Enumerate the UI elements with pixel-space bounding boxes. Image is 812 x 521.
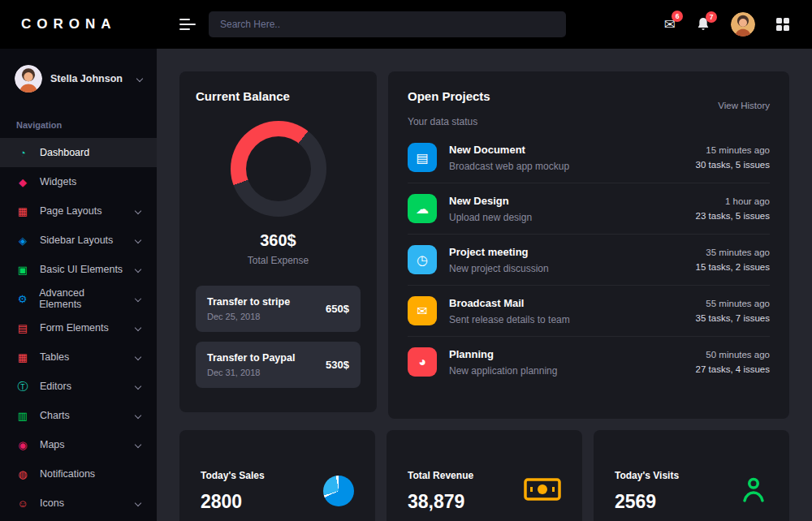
sidebar-item-label: Notifications [40, 468, 95, 480]
sidebar-item-tables[interactable]: ▦ Tables [0, 342, 157, 372]
transfer-date: Dec 31, 2018 [207, 368, 295, 377]
sidebar: CORONA Stella Johnson Navigation ◔ Dashb… [0, 0, 157, 521]
sidebar-item-label: Form Elements [40, 322, 109, 334]
sidebar-nav: ◔ Dashboard ◆ Widgets ▦ Page Layouts ◈ S… [0, 138, 157, 518]
stat-value: 2800 [201, 491, 265, 513]
sidebar-item-label: Widgets [40, 176, 76, 187]
mail-icon[interactable]: ✉ 6 [664, 16, 676, 33]
charts-icon: ▥ [16, 411, 29, 421]
sidebar-item-label: Advanced Elements [39, 287, 125, 310]
sidebar-item-icons[interactable]: ☺ Icons [0, 489, 157, 518]
topbar-actions: ✉ 6 7 [664, 12, 789, 37]
topbar: ✉ 6 7 [157, 0, 812, 49]
profile-name: Stella Johnson [50, 73, 129, 84]
document-icon: ▤ [408, 143, 437, 172]
sidebar-item-page-layouts[interactable]: ▦ Page Layouts [0, 196, 157, 226]
chevron-down-icon [135, 354, 141, 360]
form-elements-icon: ▤ [16, 323, 29, 334]
main-area: ✉ 6 7 Current Balance [157, 0, 812, 521]
menu-toggle-icon[interactable] [179, 18, 196, 31]
project-time: 1 hour ago [696, 196, 770, 206]
todays-visits-card: Today's Visits 2569 [594, 430, 789, 521]
project-subtitle: Upload new design [449, 212, 532, 223]
tables-icon: ▦ [16, 352, 29, 363]
sidebar-profile[interactable]: Stella Johnson [0, 49, 157, 109]
todays-sales-card: Today's Sales 2800 [179, 430, 375, 521]
stat-title: Today's Visits [615, 470, 679, 481]
mail-badge: 6 [672, 11, 683, 22]
sidebar-item-dashboard[interactable]: ◔ Dashboard [0, 138, 157, 167]
card-title: Open Projects [408, 89, 490, 103]
chevron-down-icon [135, 412, 141, 419]
project-tasks: 30 tasks, 5 issues [696, 160, 770, 170]
nav-section-label: Navigation [0, 109, 157, 138]
project-subtitle: Broadcast web app mockup [449, 161, 569, 172]
stat-value: 38,879 [408, 491, 473, 513]
search-input[interactable] [209, 11, 566, 37]
sidebar-item-basic-ui[interactable]: ▣ Basic UI Elements [0, 255, 157, 284]
grid-icon[interactable] [776, 18, 789, 31]
project-list: ▤ New Document Broadcast web app mockup … [408, 132, 770, 387]
brand-logo[interactable]: CORONA [0, 0, 157, 49]
sidebar-item-editors[interactable]: Ⓣ Editors [0, 372, 157, 401]
sidebar-item-sidebar-layouts[interactable]: ◈ Sidebar Layouts [0, 226, 157, 255]
project-title: Broadcast Mail [449, 297, 570, 309]
transfer-title: Transfer to Paypal [207, 352, 295, 364]
view-history-link[interactable]: View History [718, 101, 770, 110]
project-time: 35 minutes ago [696, 248, 770, 257]
card-subtitle: Your data status [408, 116, 770, 127]
chevron-down-icon [135, 208, 141, 214]
project-tasks: 23 tasks, 5 issues [696, 211, 770, 221]
balance-amount: 360$ [196, 231, 361, 250]
transfer-row[interactable]: Transfer to Paypal Dec 31, 2018 530$ [196, 342, 361, 388]
clock-icon: ◷ [408, 245, 437, 274]
project-row[interactable]: ◷ Project meeting New project discussion… [408, 235, 770, 286]
project-time: 15 minutes ago [696, 145, 770, 155]
transfer-amount: 530$ [326, 359, 349, 371]
sidebar-item-notifications[interactable]: ◍ Notifications [0, 459, 157, 489]
sidebar-layouts-icon: ◈ [16, 235, 29, 246]
transfer-amount: 650$ [326, 303, 349, 315]
transfer-row[interactable]: Transfer to stripe Dec 25, 2018 650$ [196, 286, 361, 332]
dashboard-icon: ◔ [16, 148, 29, 158]
project-row[interactable]: ✉ Broadcast Mail Sent release details to… [408, 286, 770, 337]
chevron-down-icon [135, 383, 141, 390]
pie-chart-icon: ◕ [408, 347, 437, 377]
project-subtitle: New application planning [449, 365, 557, 377]
sidebar-item-advanced-elements[interactable]: ⚙ Advanced Elements [0, 284, 157, 313]
bell-badge: 7 [706, 11, 717, 23]
sidebar-item-label: Icons [40, 497, 64, 509]
project-row[interactable]: ☁ New Design Upload new design 1 hour ag… [408, 183, 770, 235]
sidebar-item-label: Maps [40, 439, 65, 450]
search-bar [209, 11, 566, 37]
sidebar-item-label: Charts [40, 410, 70, 421]
transfer-list: Transfer to stripe Dec 25, 2018 650$ Tra… [196, 286, 361, 388]
notifications-icon: ◍ [16, 469, 29, 480]
stat-title: Today's Sales [201, 470, 265, 481]
stat-title: Total Revenue [408, 470, 473, 481]
project-title: Project meeting [449, 246, 549, 258]
cash-icon [524, 476, 561, 506]
sidebar-item-label: Tables [40, 351, 69, 363]
sidebar-item-widgets[interactable]: ◆ Widgets [0, 167, 157, 196]
sidebar-item-charts[interactable]: ▥ Charts [0, 401, 157, 430]
stat-value: 2569 [615, 491, 679, 513]
open-projects-card: Open Projects View History Your data sta… [388, 71, 789, 419]
project-time: 55 minutes ago [696, 299, 770, 308]
sidebar-item-label: Editors [40, 381, 71, 392]
sidebar-item-maps[interactable]: ◉ Maps [0, 430, 157, 459]
current-balance-card: Current Balance 360$ Total Expense Trans… [179, 71, 377, 412]
chevron-down-icon [135, 500, 141, 506]
icons-icon: ☺ [16, 498, 29, 509]
balance-label: Total Expense [196, 255, 361, 266]
project-row[interactable]: ▤ New Document Broadcast web app mockup … [408, 132, 770, 183]
bell-icon[interactable]: 7 [697, 17, 710, 32]
project-tasks: 35 tasks, 7 issues [696, 313, 770, 323]
project-title: Planning [449, 348, 557, 360]
chevron-down-icon [135, 295, 141, 302]
sidebar-item-form-elements[interactable]: ▤ Form Elements [0, 313, 157, 342]
topbar-avatar[interactable] [731, 12, 755, 37]
chevron-down-icon [135, 325, 141, 331]
project-tasks: 15 tasks, 2 issues [696, 262, 770, 272]
project-row[interactable]: ◕ Planning New application planning 50 m… [408, 337, 770, 387]
